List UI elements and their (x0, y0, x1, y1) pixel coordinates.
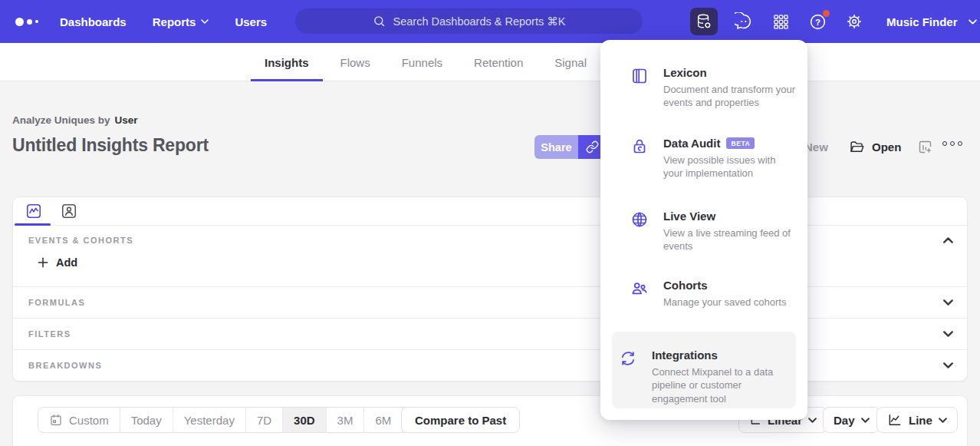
daterange-30d[interactable]: 30D (282, 408, 326, 432)
tab-flows[interactable]: Flows (327, 43, 384, 81)
chevron-down-icon (943, 331, 953, 337)
book-icon (630, 67, 649, 85)
seg-label: 7D (257, 414, 271, 427)
menu-item-description: View a live streaming feed of events (663, 226, 795, 253)
daterange-today[interactable]: Today (120, 408, 173, 432)
interval-label: Day (834, 414, 855, 427)
feedback-button[interactable] (733, 11, 755, 32)
menu-item-title: Data Audit (663, 137, 720, 150)
tab-label: Signal (554, 56, 587, 69)
gear-icon (845, 12, 863, 31)
beta-badge: BETA (726, 137, 755, 149)
chart-type-dropdown[interactable]: Line (876, 407, 958, 433)
menu-item-description: Connect Mixpanel to a data pipeline or c… (652, 365, 784, 405)
tab-label: Funnels (402, 56, 442, 69)
compare-label: Compare to Past (415, 414, 506, 427)
seg-label: Today (131, 414, 162, 427)
menu-item-title: Cohorts (663, 279, 708, 292)
menu-item-description: Document and transform your events and p… (663, 83, 795, 110)
menu-item-lexicon[interactable]: Lexicon Document and transform your even… (630, 66, 795, 110)
seg-label: Custom (69, 414, 109, 427)
builder-view-tabs (13, 197, 967, 226)
analyze-entity[interactable]: User (115, 114, 138, 126)
date-range-control: Custom Today Yesterday 7D 30D 3M 6M 12M (38, 407, 447, 433)
tab-label: Insights (265, 56, 309, 69)
menu-item-text: Lexicon Document and transform your even… (663, 66, 795, 110)
chevron-down-icon (861, 418, 870, 423)
interval-dropdown[interactable]: Day (823, 407, 880, 433)
menu-item-live-view[interactable]: Live View View a live streaming feed of … (630, 210, 795, 253)
tab-signal[interactable]: Signal (541, 43, 600, 81)
filters-section-header[interactable]: FILTERS (13, 318, 967, 349)
tab-label: Retention (474, 56, 523, 69)
apps-grid-button[interactable] (770, 11, 791, 32)
data-management-button[interactable] (690, 8, 718, 35)
more-options-button[interactable] (942, 141, 962, 146)
metrics-view-tab[interactable] (25, 203, 42, 220)
integrations-icon (619, 349, 637, 368)
menu-item-text: Cohorts Manage your saved cohorts (663, 279, 795, 309)
events-cohorts-section: EVENTS & COHORTS Add (13, 226, 967, 286)
menu-item-text: Integrations Connect Mixpanel to a data … (652, 349, 784, 405)
tab-insights[interactable]: Insights (251, 43, 323, 81)
open-label: Open (872, 140, 901, 154)
daterange-yesterday[interactable]: Yesterday (173, 408, 245, 432)
formulas-section-header[interactable]: FORMULAS (13, 286, 967, 318)
nav-label: Reports (153, 15, 196, 28)
settings-button[interactable] (844, 11, 865, 32)
breakdowns-section-header[interactable]: BREAKDOWNS (13, 349, 967, 381)
page-title[interactable]: Untitled Insights Report (12, 135, 209, 156)
profiles-view-tab[interactable] (61, 203, 77, 220)
plus-icon (38, 257, 48, 268)
chevron-up-icon[interactable] (943, 237, 953, 243)
menu-item-title: Lexicon (663, 66, 707, 79)
daterange-7d[interactable]: 7D (245, 408, 282, 432)
tab-funnels[interactable]: Funnels (388, 43, 456, 81)
svg-text:?: ? (815, 17, 821, 26)
nav-label: Dashboards (60, 15, 127, 28)
mixpanel-logo-icon[interactable] (15, 0, 38, 43)
menu-item-cohorts[interactable]: Cohorts Manage your saved cohorts (630, 279, 795, 309)
search-icon (373, 15, 386, 28)
menu-item-text: Data AuditBETA View possible issues with… (663, 137, 795, 180)
tab-retention[interactable]: Retention (460, 43, 537, 81)
menu-item-description: Manage your saved cohorts (663, 296, 795, 309)
seg-label: 30D (294, 414, 315, 427)
search-input[interactable]: Search Dashboards & Reports ⌘K (295, 8, 643, 34)
folder-open-icon (849, 139, 865, 155)
daterange-custom[interactable]: Custom (38, 408, 120, 432)
workspace-selector[interactable]: Music Finder (886, 0, 977, 43)
tab-label: Flows (340, 56, 370, 69)
menu-item-text: Live View View a live streaming feed of … (663, 210, 795, 253)
query-builder-card: EVENTS & COHORTS Add FORMULAS FILTERS BR… (12, 197, 968, 382)
compare-to-past-button[interactable]: Compare to Past (401, 407, 520, 433)
share-button[interactable]: Share (534, 135, 578, 159)
section-label: FORMULAS (28, 298, 85, 307)
add-to-board-button[interactable] (917, 139, 933, 158)
daterange-3m[interactable]: 3M (326, 408, 364, 432)
nav-item-users[interactable]: Users (235, 15, 267, 28)
add-event-button[interactable]: Add (38, 256, 77, 269)
menu-item-data-audit[interactable]: Data AuditBETA View possible issues with… (630, 137, 795, 180)
seg-label: Yesterday (184, 414, 235, 427)
top-navigation-bar: Dashboards Reports Users Search Dashboar… (0, 0, 980, 43)
chevron-down-icon (968, 19, 977, 25)
data-management-popover: Lexicon Document and transform your even… (600, 40, 807, 420)
help-button[interactable]: ? (807, 11, 828, 32)
seg-label: 6M (375, 414, 391, 427)
chevron-down-icon (201, 19, 209, 24)
nav-item-dashboards[interactable]: Dashboards (60, 15, 127, 28)
events-section-header[interactable]: EVENTS & COHORTS (13, 226, 967, 245)
analyze-subtitle: Analyze Uniques byUser (12, 114, 138, 126)
menu-item-integrations[interactable]: Integrations Connect Mixpanel to a data … (619, 349, 784, 405)
open-report-button[interactable]: Open (849, 135, 901, 159)
calendar-icon (49, 413, 63, 427)
user-tab-icon (61, 203, 77, 220)
chevron-down-icon (939, 418, 947, 423)
nav-item-reports[interactable]: Reports (153, 15, 209, 28)
link-icon (586, 140, 599, 154)
cohorts-icon (630, 279, 649, 298)
nav-label: Users (235, 15, 267, 28)
notification-dot (823, 10, 830, 17)
daterange-6m[interactable]: 6M (363, 408, 402, 432)
